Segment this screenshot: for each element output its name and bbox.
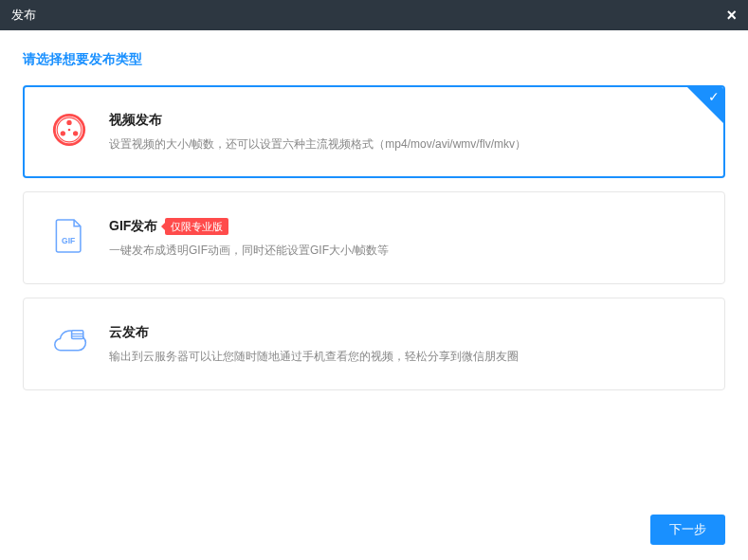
- svg-point-6: [68, 129, 71, 132]
- option-title: 云发布: [109, 324, 149, 341]
- cloud-upload-icon: [50, 323, 88, 361]
- option-title: GIF发布: [109, 218, 157, 235]
- prompt-text: 请选择想要发布类型: [23, 51, 725, 68]
- next-button[interactable]: 下一步: [650, 515, 725, 545]
- option-title: 视频发布: [109, 112, 162, 129]
- check-icon: ✓: [708, 90, 720, 103]
- option-video[interactable]: ✓ 视频发布 设置视频的大小/帧数，还可以设置六种主流视频格式（mp4/mov/…: [23, 85, 725, 178]
- footer: 下一步: [650, 515, 725, 545]
- option-desc: 设置视频的大小/帧数，还可以设置六种主流视频格式（mp4/mov/avi/wmv…: [109, 135, 698, 153]
- svg-text:GIF: GIF: [62, 236, 75, 245]
- option-cloud[interactable]: 云发布 输出到云服务器可以让您随时随地通过手机查看您的视频，轻松分享到微信朋友圈: [23, 298, 725, 390]
- option-text: 视频发布 设置视频的大小/帧数，还可以设置六种主流视频格式（mp4/mov/av…: [109, 111, 698, 153]
- dialog-content: 请选择想要发布类型 ✓ 视频发布 设置视频的大小/帧数，还可以设置六种主流视频格…: [0, 30, 748, 560]
- option-text: 云发布 输出到云服务器可以让您随时随地通过手机查看您的视频，轻松分享到微信朋友圈: [109, 323, 698, 365]
- svg-point-4: [73, 131, 78, 135]
- svg-rect-8: [72, 331, 83, 339]
- title-bar: 发布 ×: [0, 0, 748, 30]
- close-icon[interactable]: ×: [726, 7, 737, 24]
- pro-badge: 仅限专业版: [165, 218, 228, 235]
- window-title: 发布: [11, 7, 36, 24]
- option-text: GIF发布 仅限专业版 一键发布成透明GIF动画，同时还能设置GIF大小/帧数等: [109, 217, 698, 259]
- svg-point-5: [61, 131, 65, 135]
- svg-point-3: [66, 120, 71, 125]
- option-desc: 输出到云服务器可以让您随时随地通过手机查看您的视频，轻松分享到微信朋友圈: [109, 348, 698, 365]
- gif-file-icon: GIF: [50, 217, 88, 255]
- option-gif[interactable]: GIF GIF发布 仅限专业版 一键发布成透明GIF动画，同时还能设置GIF大小…: [23, 191, 725, 284]
- option-desc: 一键发布成透明GIF动画，同时还能设置GIF大小/帧数等: [109, 242, 698, 259]
- film-reel-icon: [50, 111, 88, 149]
